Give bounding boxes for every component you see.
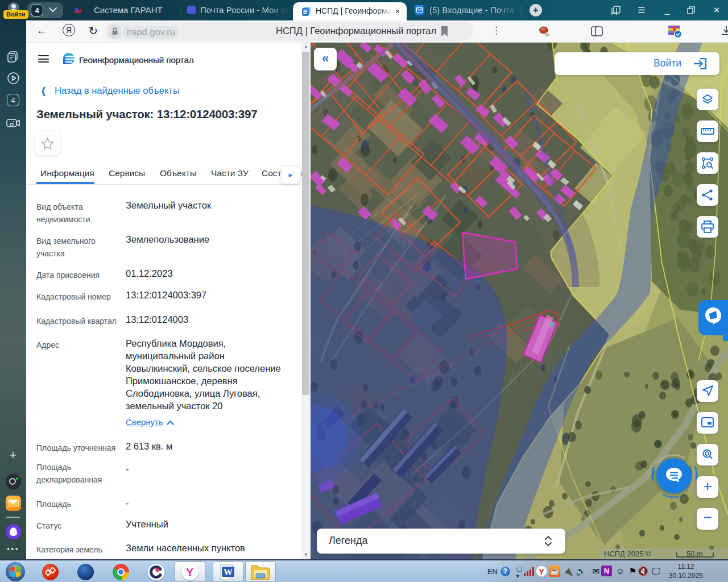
svg-text:W: W — [224, 567, 233, 577]
